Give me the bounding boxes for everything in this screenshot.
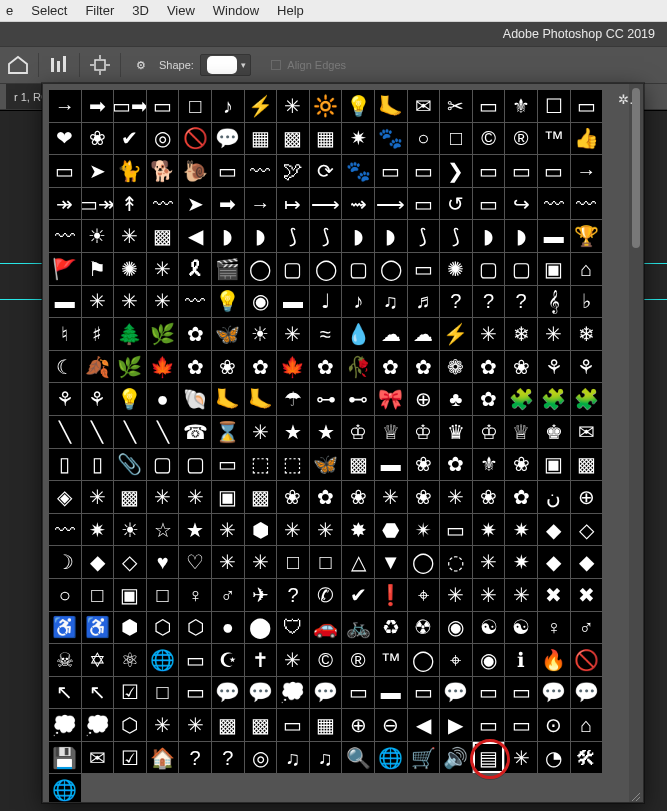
- shape-cell[interactable]: ⬡: [114, 709, 146, 741]
- shape-cell[interactable]: ▬: [49, 286, 81, 318]
- shape-cell[interactable]: ✉: [571, 416, 603, 448]
- shape-cell[interactable]: ♪: [212, 90, 244, 122]
- shape-cell[interactable]: ⇝: [342, 188, 374, 220]
- shape-cell[interactable]: ✳: [147, 481, 179, 513]
- shape-cell[interactable]: ▩: [114, 481, 146, 513]
- shape-cell[interactable]: ☑: [114, 742, 146, 774]
- shape-cell[interactable]: △: [342, 546, 374, 578]
- shape-cell[interactable]: ☪: [212, 644, 244, 676]
- shape-cell[interactable]: 🍁: [277, 351, 309, 383]
- shape-cell[interactable]: ╲: [147, 416, 179, 448]
- shape-cell[interactable]: ✳: [505, 579, 537, 611]
- shape-cell[interactable]: 🦶: [245, 383, 277, 415]
- shape-cell[interactable]: 🎗: [179, 253, 211, 285]
- shape-cell[interactable]: ▭: [473, 155, 505, 187]
- shape-cell[interactable]: ?: [473, 286, 505, 318]
- shape-cell[interactable]: 🚲: [342, 612, 374, 644]
- shape-cell[interactable]: ⚛: [114, 644, 146, 676]
- shape-cell[interactable]: ✳: [505, 742, 537, 774]
- shape-cell[interactable]: ➡: [212, 188, 244, 220]
- shape-cell[interactable]: ✷: [473, 514, 505, 546]
- shape-cell[interactable]: 💬: [310, 677, 342, 709]
- shape-cell[interactable]: ✳: [114, 220, 146, 252]
- shape-cell[interactable]: ?: [440, 286, 472, 318]
- shape-cell[interactable]: ©: [473, 123, 505, 155]
- shape-cell[interactable]: □: [179, 90, 211, 122]
- shape-cell[interactable]: ➡: [82, 90, 114, 122]
- menu-item[interactable]: Select: [31, 3, 67, 18]
- shape-cell[interactable]: 🦋: [212, 318, 244, 350]
- shape-cell[interactable]: ▩: [342, 449, 374, 481]
- canvas-area[interactable]: ✲. →➡▭➡▭□♪⚡✳🔆💡🦶✉✂▭⚜☐▭❤❀✔◎🚫💬▦▩▦✷🐾○□©®™👍▭➤…: [0, 110, 667, 811]
- shape-cell[interactable]: ?: [277, 579, 309, 611]
- shape-cell[interactable]: ▭: [505, 709, 537, 741]
- shape-cell[interactable]: ▭: [49, 155, 81, 187]
- shape-cell[interactable]: ✖: [538, 579, 570, 611]
- shape-cell[interactable]: ♭: [571, 286, 603, 318]
- menu-item[interactable]: Window: [213, 3, 259, 18]
- shape-cell[interactable]: ❀: [505, 351, 537, 383]
- shape-cell[interactable]: ♛: [440, 416, 472, 448]
- shape-cell[interactable]: 〰: [538, 188, 570, 220]
- shape-cell[interactable]: 💬: [538, 677, 570, 709]
- shape-cell[interactable]: 🏆: [571, 220, 603, 252]
- shape-cell[interactable]: →: [49, 90, 81, 122]
- shape-cell[interactable]: ✳: [179, 481, 211, 513]
- shape-cell[interactable]: ✳: [114, 286, 146, 318]
- shape-cell[interactable]: ▣: [212, 481, 244, 513]
- shape-cell[interactable]: ?: [505, 286, 537, 318]
- shape-cell[interactable]: ♣: [440, 383, 472, 415]
- shape-cell[interactable]: ✆: [310, 579, 342, 611]
- shape-cell[interactable]: ✴: [408, 514, 440, 546]
- shape-cell[interactable]: 🔊: [440, 742, 472, 774]
- shape-cell[interactable]: ☆: [147, 514, 179, 546]
- shape-cell[interactable]: 〰: [179, 286, 211, 318]
- shape-cell[interactable]: ◗: [375, 220, 407, 252]
- shape-cell[interactable]: →: [571, 155, 603, 187]
- shape-cell[interactable]: ◈: [49, 481, 81, 513]
- shape-cell[interactable]: ▢: [147, 449, 179, 481]
- shape-cell[interactable]: ▯: [49, 449, 81, 481]
- shape-cell[interactable]: ▭: [505, 155, 537, 187]
- shape-cell[interactable]: ▦: [245, 123, 277, 155]
- shape-cell[interactable]: ✳: [277, 318, 309, 350]
- shape-cell[interactable]: ⊷: [342, 383, 374, 415]
- shape-cell[interactable]: ☀: [114, 514, 146, 546]
- shape-cell[interactable]: ◯: [375, 253, 407, 285]
- shape-cell[interactable]: ▣: [538, 253, 570, 285]
- shape-cell[interactable]: 🌲: [114, 318, 146, 350]
- shape-cell[interactable]: ▭: [179, 677, 211, 709]
- menu-item[interactable]: Help: [277, 3, 304, 18]
- shape-cell[interactable]: ⬚: [277, 449, 309, 481]
- shape-cell[interactable]: 💡: [342, 90, 374, 122]
- shape-cell[interactable]: 🌿: [147, 318, 179, 350]
- shape-cell[interactable]: ◇: [114, 546, 146, 578]
- shape-cell[interactable]: 💭: [49, 709, 81, 741]
- panel-menu-gear-icon[interactable]: ✲.: [618, 92, 633, 107]
- shape-cell[interactable]: 📎: [114, 449, 146, 481]
- shape-cell[interactable]: ❁: [440, 351, 472, 383]
- shape-cell[interactable]: ➤: [82, 155, 114, 187]
- shape-cell[interactable]: ⟆: [277, 220, 309, 252]
- shape-cell[interactable]: ▢: [473, 253, 505, 285]
- shape-cell[interactable]: ▢: [505, 253, 537, 285]
- shape-cell[interactable]: ⬤: [245, 612, 277, 644]
- shape-cell[interactable]: ✿: [310, 351, 342, 383]
- shape-cell[interactable]: ن: [538, 481, 570, 513]
- shape-cell[interactable]: ✷: [505, 546, 537, 578]
- shape-cell[interactable]: ✿: [179, 351, 211, 383]
- shape-cell[interactable]: ☎: [179, 416, 211, 448]
- shape-cell[interactable]: ☠: [49, 644, 81, 676]
- shape-cell[interactable]: ⚜: [505, 90, 537, 122]
- shape-cell[interactable]: ▩: [212, 709, 244, 741]
- shape-cell[interactable]: 💡: [212, 286, 244, 318]
- shape-cell[interactable]: ❄: [571, 318, 603, 350]
- shape-cell[interactable]: ▬: [277, 286, 309, 318]
- shape-cell[interactable]: ®: [342, 644, 374, 676]
- shape-cell[interactable]: ❀: [277, 481, 309, 513]
- shape-cell[interactable]: ▤: [473, 742, 505, 774]
- shape-cell[interactable]: ◆: [82, 546, 114, 578]
- shape-cell[interactable]: ◗: [473, 220, 505, 252]
- shape-cell[interactable]: ⚡: [440, 318, 472, 350]
- shape-cell[interactable]: 💭: [82, 709, 114, 741]
